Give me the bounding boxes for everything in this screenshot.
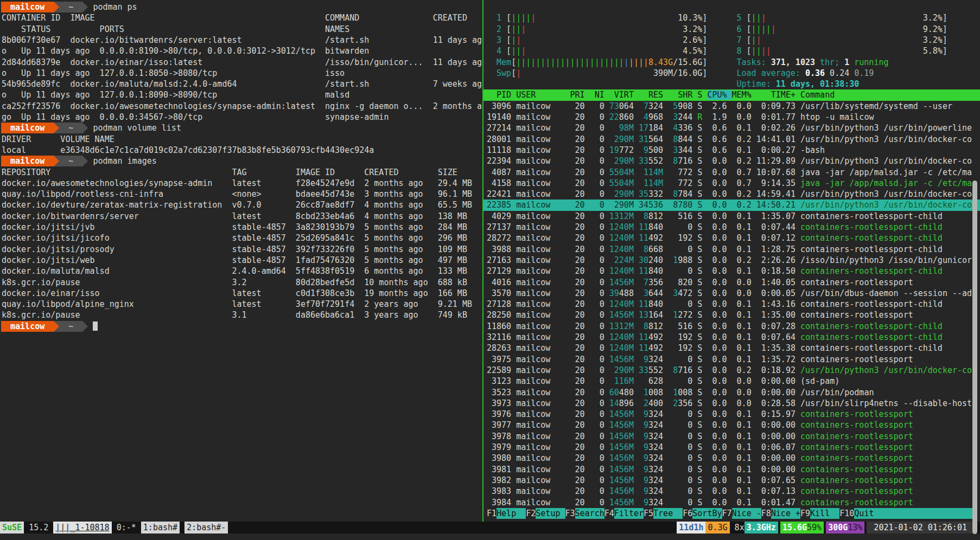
process-row[interactable]: 4016 mailcow 20 0 1456M 7356 820 S 0.0 0… [483,277,980,288]
process-row[interactable]: 3982 mailcow 20 0 1456M 9324 0 S 0.0 0.1… [483,475,980,486]
mem-value: 0 [668,222,692,232]
user: mailcow [516,278,570,287]
cpu-percent: 0.0 [702,420,731,430]
mem-value: 472 [678,288,692,298]
process-row[interactable]: 3976 mailcow 20 0 1456M 9324 0 S 0.0 0.1… [483,409,980,420]
process-row[interactable]: 3984 mailcow 20 0 1456M 9324 0 S 0.0 0.1… [483,497,980,508]
process-row[interactable]: 28001 mailcow 20 0 290M 31564 8844 S 0.6… [483,134,980,145]
prompt-user-segment: mailcow [1,156,54,166]
process-row[interactable]: 3979 mailcow 20 0 1456M 9324 0 S 0.0 0.1… [483,442,980,453]
scrollbar[interactable] [972,181,977,534]
process-row[interactable]: 4087 mailcow 20 0 5504M 114M 772 S 0.0 0… [483,167,980,178]
prompt-user-segment: mailcow [1,123,54,133]
process-row[interactable]: 28250 mailcow 20 0 1456M 13164 1272 S 0.… [483,310,980,320]
mem-value: 9 [639,442,648,452]
process-row[interactable]: 3570 mailcow 20 0 39488 3644 3472 S 0.0 … [483,288,980,299]
shell-prompt[interactable]: mailcow ~ podman volume list [1,123,181,133]
nice: 0 [590,266,609,276]
user: mailcow [516,222,570,232]
fkey-f9-key[interactable]: F9 [800,508,810,519]
fkey-f4-key[interactable]: F4 [604,508,614,519]
time: 1:40.05 [756,278,800,287]
mem-percent: 0.1 [732,222,756,232]
process-row[interactable]: 3981 mailcow 20 0 1456M 9324 0 S 0.0 0.1… [483,464,980,475]
fkey-f6-key[interactable]: F6 [683,508,692,519]
fkey-f2-key[interactable]: F2 [526,508,536,519]
process-row[interactable]: 27128 mailcow 20 0 1240M 11840 0 S 0.0 0… [483,299,980,310]
text [692,343,697,353]
terminal-cursor[interactable] [93,322,98,331]
window-0[interactable]: 0:-* [112,522,141,533]
fkey-f1-key[interactable]: F1 [487,508,497,519]
fkey-f8-label[interactable]: Nice + [771,508,800,519]
mem-value: 1312M [609,211,634,221]
shell-prompt[interactable]: mailcow ~ [1,321,98,332]
fkey-f10-label[interactable]: Quit [854,508,974,519]
process-row[interactable]: 3983 mailcow 20 0 1456M 9324 0 S 0.0 0.1… [483,486,980,497]
shell-prompt[interactable]: mailcow ~ podman images [1,156,157,166]
fkey-f7-label[interactable]: Nice - [732,508,761,519]
fkey-f10-key[interactable]: F10 [839,508,854,519]
process-row[interactable]: 4158 mailcow 20 0 5504M 114M 772 S 0.0 0… [483,178,980,189]
meter-value: 3.2% [923,12,943,23]
mem-value: 0 [668,432,692,441]
process-row[interactable]: 28263 mailcow 20 0 1240M 11492 192 S 0.0… [483,343,980,353]
process-row[interactable]: 22394 mailcow 20 0 290M 33552 8716 S 0.0… [483,156,980,166]
fkey-f1-label[interactable]: Help [497,508,526,519]
process-row[interactable]: 3975 mailcow 20 0 1456M 9324 0 S 0.0 0.1… [483,354,980,365]
mem-value: 716 [678,156,692,166]
time: 0:01.47 [756,498,800,507]
fkey-f3-key[interactable]: F3 [565,508,575,519]
output-line: docker.io/jitsi/jvb stable-4857 3a823019… [2,222,467,233]
process-row[interactable]: 22385 mailcow 20 0 290M 34536 8780 S 0.0… [483,200,980,210]
time: 0:00.00 [756,432,800,441]
process-row[interactable]: 3096 mailcow 20 0 73064 7324 5908 S 2.6 … [483,101,980,112]
priority: 20 [570,420,590,430]
window-1[interactable]: 1:bash# [141,522,180,533]
process-row[interactable]: 3978 mailcow 20 0 1456M 9324 0 S 0.0 0.1… [483,431,980,442]
output-line: docker.io/devture/zeratax-matrix-registr… [2,200,472,210]
priority: 20 [570,101,590,111]
process-row[interactable]: 11860 mailcow 20 0 1312M 8812 516 S 0.0 … [483,321,980,332]
fkey-f8-key[interactable]: F8 [761,508,771,519]
process-row[interactable]: 28272 mailcow 20 0 1240M 11492 192 S 0.0… [483,233,980,243]
process-row[interactable]: 27137 mailcow 20 0 1240M 11840 0 S 0.0 0… [483,222,980,233]
process-row[interactable]: 3123 mailcow 20 0 116M 628 0 S 0.0 0.0 0… [483,376,980,387]
text [634,101,639,111]
meter-label: Swp [497,68,511,78]
powerline-arrow-icon [54,321,59,332]
shell-prompt[interactable]: mailcow ~ podman ps [1,2,137,12]
fkey-f3-label[interactable]: Search [575,508,604,519]
priority: 20 [570,245,590,254]
process-row[interactable]: 19140 mailcow 20 0 22860 4968 3244 R 1.9… [483,112,980,123]
user: mailcow [516,189,570,199]
process-row[interactable]: 3980 mailcow 20 0 1456M 9324 0 S 0.0 0.1… [483,453,980,464]
mem-value: 1240M [609,222,634,232]
process-row[interactable]: 27214 mailcow 20 0 98M 17184 4336 S 0.6 … [483,123,980,133]
mem-value: 244 [678,112,692,122]
process-row[interactable]: 22589 mailcow 20 0 290M 33552 8716 S 0.0… [483,365,980,376]
meter-value: 8.43G/15.6G [648,57,702,68]
fkey-f5-key[interactable]: F5 [644,508,653,519]
fkey-f7-key[interactable]: F7 [722,508,732,519]
process-row[interactable]: 3523 mailcow 20 0 60480 1008 1008 S 0.0 … [483,387,980,398]
process-row[interactable]: 27163 mailcow 20 0 224M 30240 1988 S 0.0… [483,255,980,266]
process-row[interactable]: 4029 mailcow 20 0 1312M 8812 516 S 0.0 0… [483,211,980,222]
process-row[interactable]: 3977 mailcow 20 0 1456M 9324 0 S 0.0 0.1… [483,420,980,430]
process-row[interactable]: 27129 mailcow 20 0 1240M 11840 0 S 0.0 0… [483,266,980,277]
fkey-f4-label[interactable]: Filter [614,508,644,519]
fkey-f5-label[interactable]: Tree [653,508,683,519]
process-row[interactable]: 3973 mailcow 20 0 14896 2400 2356 S 0.0 … [483,398,980,409]
window-2[interactable]: 2:bash#- [184,522,228,533]
fkey-f2-label[interactable]: Setup [536,508,565,519]
fkey-f6-label[interactable]: SortBy [692,508,722,519]
process-row[interactable]: 22421 mailcow 20 0 290M 35332 8784 S 0.0… [483,189,980,200]
user: mailcow [516,355,570,364]
priority: 20 [570,322,590,331]
process-row[interactable]: 32116 mailcow 20 0 1240M 11492 192 S 0.0… [483,332,980,343]
process-table-header[interactable]: PID USER PRI NI VIRT RES SHR S CPU% MEM%… [483,89,980,100]
process-row[interactable]: 11118 mailcow 20 0 19772 9500 3344 S 0.6… [483,145,980,156]
meter-bars: | [771,24,776,34]
fkey-f9-label[interactable]: Kill [810,508,839,519]
process-row[interactable]: 3988 mailcow 20 0 1240M 8668 0 S 0.0 0.1… [483,244,980,255]
